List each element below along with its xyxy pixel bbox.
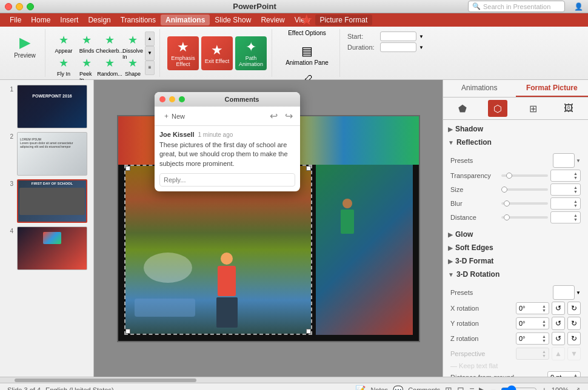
resize-handle-tr[interactable] xyxy=(306,166,311,171)
scroll-down-button[interactable]: ▼ xyxy=(145,46,155,61)
blur-up[interactable]: ▲ xyxy=(573,199,578,203)
menu-home[interactable]: Home xyxy=(26,15,55,25)
transparency-down[interactable]: ▼ xyxy=(573,176,578,180)
y-rotation-down[interactable]: ▼ xyxy=(542,323,546,328)
effects-tab-icon[interactable]: ⬡ xyxy=(488,100,507,117)
comments-label[interactable]: Comments xyxy=(408,386,440,391)
more-animations-button[interactable]: ≡ xyxy=(145,61,155,75)
slide-thumb-4[interactable]: 4 xyxy=(5,226,89,270)
menu-insert[interactable]: Insert xyxy=(55,15,83,25)
x-rotation-stepper[interactable]: ▲ ▼ xyxy=(542,304,546,312)
y-rotation-stepper[interactable]: ▲ ▼ xyxy=(542,319,546,328)
z-rotation-buttons[interactable]: ↺ ↻ xyxy=(552,332,581,345)
distance-from-ground-input[interactable]: 0 pt ▲ ▼ xyxy=(547,371,581,377)
zoom-slider[interactable] xyxy=(501,385,537,391)
layout-tab-icon[interactable]: ⊞ xyxy=(524,100,543,117)
traffic-lights[interactable] xyxy=(5,3,34,10)
reflection-section-header[interactable]: ▼ Reflection xyxy=(443,136,588,149)
minimize-button[interactable] xyxy=(16,3,23,10)
emphasis-effect-button[interactable]: ★ Emphasis Effect xyxy=(167,36,199,70)
size-slider[interactable] xyxy=(501,188,548,191)
resize-handle-br[interactable] xyxy=(306,329,311,334)
z-rotation-stepper[interactable]: ▲ ▼ xyxy=(542,334,546,343)
view-slideshow-icon[interactable]: ▶ xyxy=(479,385,486,391)
effect-options-button[interactable]: ★ Effect Options xyxy=(284,9,330,39)
distance-down[interactable]: ▼ xyxy=(573,217,578,222)
menu-slideshow[interactable]: Slide Show xyxy=(210,15,256,25)
comments-button[interactable]: 💬 xyxy=(393,385,403,391)
slide-thumb-3[interactable]: 3 FIRST DAY OF SCHOOL xyxy=(5,179,89,223)
blur-down[interactable]: ▼ xyxy=(573,203,578,208)
anim-flyin[interactable]: ★ Fly In xyxy=(53,54,75,76)
anim-blinds[interactable]: ★ Blinds xyxy=(76,31,98,53)
anim-appear[interactable]: ★ Appear xyxy=(53,31,75,53)
user-icon[interactable]: 👤 xyxy=(565,2,583,11)
blur-stepper[interactable]: ▲ ▼ xyxy=(573,199,578,208)
picture-tab-icon[interactable]: 🖼 xyxy=(559,100,578,117)
transparency-up[interactable]: ▲ xyxy=(573,171,578,176)
transparency-thumb[interactable] xyxy=(506,173,512,179)
comments-minimize-button[interactable] xyxy=(169,96,175,102)
size-input[interactable]: ▲ ▼ xyxy=(550,183,581,196)
comments-maximize-button[interactable] xyxy=(179,96,185,102)
new-comment-button[interactable]: ＋ New xyxy=(159,110,189,122)
canvas-area[interactable]: Comments ＋ New ↩ ↪ Joe Kissell 1 minute … xyxy=(94,80,443,377)
anim-checker[interactable]: ★ Checkerb... xyxy=(99,31,121,53)
z-rotate-ccw[interactable]: ↺ xyxy=(552,332,565,345)
y-rotation-buttons[interactable]: ↺ ↻ xyxy=(552,317,581,330)
menu-file[interactable]: File xyxy=(5,15,26,25)
path-animation-button[interactable]: ✦ Path Animation xyxy=(235,36,267,70)
y-rotation-up[interactable]: ▲ xyxy=(542,319,546,323)
distance-input[interactable]: ▲ ▼ xyxy=(550,211,581,223)
anim-peekin[interactable]: ★ Peek In xyxy=(76,54,98,76)
h-scrollbar[interactable] xyxy=(0,377,588,383)
y-rotate-ccw[interactable]: ↺ xyxy=(552,317,565,330)
x-rotation-down[interactable]: ▼ xyxy=(542,308,546,312)
blur-input[interactable]: ▲ ▼ xyxy=(550,197,581,210)
slide-thumb-1[interactable]: 1 POWERPOINT 2016 xyxy=(5,85,89,128)
next-comment-button[interactable]: ↪ xyxy=(282,109,295,123)
resize-handle-tl[interactable] xyxy=(125,166,130,171)
z-rotation-input[interactable]: 0° ▲ ▼ xyxy=(516,332,549,345)
comments-close-button[interactable] xyxy=(159,96,165,102)
x-rotation-up[interactable]: ▲ xyxy=(542,304,546,308)
zoom-level[interactable]: 100% xyxy=(552,386,569,391)
rotation-preset-arrow[interactable]: ▼ xyxy=(576,290,581,296)
notes-button[interactable]: 📝 xyxy=(355,385,366,391)
preset-box[interactable] xyxy=(553,153,575,168)
x-rotate-ccw[interactable]: ↺ xyxy=(552,302,565,315)
z-rotation-up[interactable]: ▲ xyxy=(542,334,546,339)
anim-random[interactable]: ★ Random... xyxy=(99,54,121,76)
animation-nav[interactable]: ▲ ▼ ≡ xyxy=(145,31,155,75)
tab-animations[interactable]: Animations xyxy=(443,80,516,97)
tab-format-picture[interactable]: Format Picture xyxy=(516,80,589,97)
size-stepper[interactable]: ▲ ▼ xyxy=(573,185,578,194)
prev-comment-button[interactable]: ↩ xyxy=(267,109,280,123)
y-rotate-cw[interactable]: ↻ xyxy=(567,317,581,330)
transparency-stepper[interactable]: ▲ ▼ xyxy=(573,171,578,180)
x-rotation-input[interactable]: 0° ▲ ▼ xyxy=(516,302,549,314)
rotation-preset-control[interactable]: ▼ xyxy=(553,285,581,300)
view-normal-icon[interactable]: ⊞ xyxy=(445,385,452,391)
y-rotation-input[interactable]: 0° ▲ ▼ xyxy=(516,317,549,329)
resize-handle-bl[interactable] xyxy=(125,329,130,334)
transparency-input[interactable]: ▲ ▼ xyxy=(550,170,581,182)
size-thumb[interactable] xyxy=(501,187,507,193)
size-up[interactable]: ▲ xyxy=(573,185,578,190)
shadow-section-header[interactable]: ▶ Shadow xyxy=(443,122,588,136)
blur-thumb[interactable] xyxy=(504,200,510,207)
x-rotation-buttons[interactable]: ↺ ↻ xyxy=(552,302,581,315)
anim-dissolve[interactable]: ★ Dissolve In xyxy=(122,31,144,53)
preview-button[interactable]: ▶ Preview xyxy=(10,31,40,61)
view-reading-icon[interactable]: ≡ xyxy=(469,385,474,391)
menu-transitions[interactable]: Transitions xyxy=(116,15,161,25)
distance-stepper[interactable]: ▲ ▼ xyxy=(573,213,578,222)
duration-input[interactable] xyxy=(380,42,416,52)
distance-slider[interactable] xyxy=(501,216,548,219)
dfg-up[interactable]: ▲ xyxy=(573,373,578,377)
slide-thumb-2[interactable]: 2 LOREM IPSUMLorem ipsum dolor sit amet … xyxy=(5,132,89,176)
reply-input[interactable] xyxy=(159,173,295,187)
reflection-preset-control[interactable]: ▼ xyxy=(553,153,581,168)
rotation-preset-box[interactable] xyxy=(553,285,575,300)
three-d-format-section-header[interactable]: ▶ 3-D Format xyxy=(443,254,588,268)
